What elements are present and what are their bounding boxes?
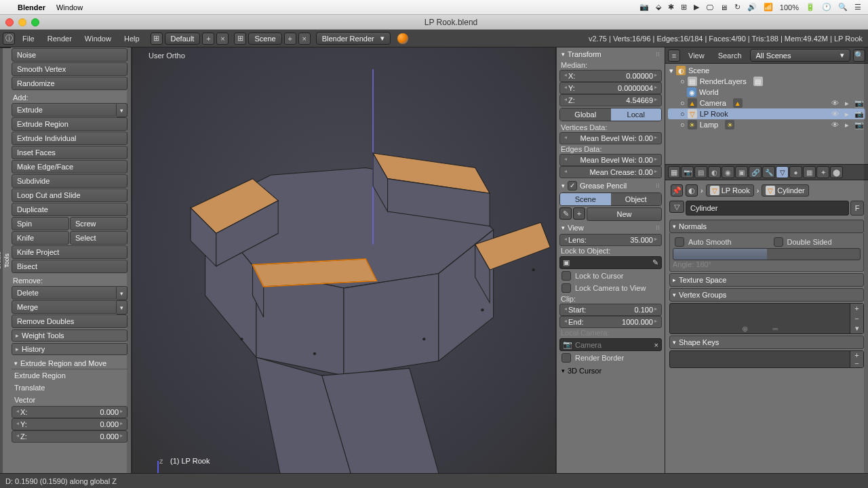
- screen-icon[interactable]: 🖥: [720, 3, 728, 12]
- tab-modifiers-icon[interactable]: 🔧: [762, 166, 775, 178]
- menu-render[interactable]: Render: [42, 33, 77, 44]
- grease-add-icon[interactable]: +: [573, 207, 585, 220]
- tool-inset-faces[interactable]: Inset Faces: [12, 146, 127, 159]
- crumb-object[interactable]: ▽LP Rook: [706, 184, 754, 197]
- fake-user-button[interactable]: F: [850, 201, 864, 216]
- restrict-render-icon[interactable]: 📷: [854, 110, 864, 119]
- camera-icon[interactable]: 📷: [639, 3, 649, 12]
- grease-enable-checkbox[interactable]: [568, 181, 577, 190]
- tool-remove-doubles[interactable]: Remove Doubles: [12, 314, 127, 328]
- battery-icon[interactable]: 🔋: [806, 3, 815, 12]
- vg-menu-icon[interactable]: ▾: [850, 323, 863, 333]
- tool-bisect[interactable]: Bisect: [12, 260, 127, 273]
- lock-cursor-checkbox[interactable]: [561, 271, 571, 281]
- panel-history[interactable]: History: [12, 343, 127, 355]
- maximize-window[interactable]: [31, 18, 39, 26]
- restrict-view-icon[interactable]: 👁: [830, 110, 840, 119]
- crumb-data[interactable]: ▽Cylinder: [762, 184, 808, 197]
- tool-extrude-region[interactable]: Extrude Region: [12, 117, 127, 131]
- tab-physics-icon[interactable]: ⬤: [830, 166, 843, 178]
- wifi-icon[interactable]: 📶: [764, 3, 773, 12]
- tool-duplicate[interactable]: Duplicate: [12, 203, 127, 216]
- vertex-groups-list[interactable]: ⊕ ═ +−▾: [669, 303, 864, 334]
- outliner-search-menu[interactable]: Search: [713, 50, 747, 61]
- lock-object-field[interactable]: ▣✎: [559, 256, 662, 269]
- vector-y[interactable]: Y:0.000: [12, 418, 127, 430]
- restrict-render-icon[interactable]: 📷: [854, 99, 864, 108]
- outliner-view-menu[interactable]: View: [683, 50, 710, 61]
- menu-file[interactable]: File: [17, 33, 40, 44]
- outliner-tree[interactable]: ▾◐Scene ○▤RenderLayers▤ ◉World ○▲Camera▲…: [665, 64, 868, 164]
- tree-world[interactable]: World: [699, 88, 719, 96]
- merge-dropdown-arrow-icon[interactable]: ▾: [117, 300, 127, 314]
- panel-shape-keys[interactable]: Shape Keys: [669, 336, 864, 349]
- tool-knife-project[interactable]: Knife Project: [12, 245, 127, 259]
- mesh-browse-icon[interactable]: ▽: [669, 201, 684, 213]
- vector-z[interactable]: Z:0.000: [12, 430, 127, 443]
- local-camera-field[interactable]: 📷Camera×: [559, 338, 662, 351]
- close-window[interactable]: [5, 18, 14, 26]
- restrict-render-icon[interactable]: 📷: [854, 121, 864, 129]
- tool-randomize[interactable]: Randomize: [12, 77, 127, 90]
- tool-screw[interactable]: Screw: [70, 217, 127, 230]
- vector-x[interactable]: X:0.000: [12, 406, 127, 418]
- 3d-viewport[interactable]: User Ortho: [132, 47, 556, 473]
- layout-browse-icon[interactable]: ⊞: [151, 33, 163, 45]
- scene-remove-icon[interactable]: ×: [298, 33, 311, 45]
- tab-constraints-icon[interactable]: 🔗: [749, 166, 762, 178]
- mesh-name-field[interactable]: [686, 201, 849, 216]
- dropbox-icon[interactable]: ⬙: [656, 3, 661, 12]
- tree-lamp[interactable]: Lamp: [700, 121, 719, 129]
- tool-smooth-vertex[interactable]: Smooth Vertex: [12, 62, 127, 76]
- clear-icon[interactable]: ×: [654, 341, 658, 349]
- tab-objectdata-icon[interactable]: ▽: [776, 166, 789, 178]
- lock-camera-checkbox[interactable]: [561, 283, 571, 293]
- scene-dropdown[interactable]: Scene: [248, 33, 281, 45]
- tool-extrude-individual[interactable]: Extrude Individual: [12, 131, 127, 145]
- auto-smooth-checkbox[interactable]: [675, 237, 684, 247]
- tab-world-icon[interactable]: ◉: [722, 166, 734, 178]
- spotlight-icon[interactable]: 🔍: [838, 3, 848, 12]
- median-x[interactable]: X:0.00000: [559, 70, 662, 82]
- editor-type-properties-icon[interactable]: ▦: [668, 166, 680, 178]
- mean-bevel-edges[interactable]: Mean Bevel Wei: 0.00: [559, 154, 662, 166]
- app-name[interactable]: Blender: [18, 3, 45, 12]
- timemachine-icon[interactable]: ↻: [734, 3, 741, 12]
- extrude-dropdown-arrow-icon[interactable]: ▾: [117, 103, 127, 117]
- mean-crease[interactable]: Mean Crease: 0.00: [559, 166, 662, 178]
- tool-knife[interactable]: Knife: [12, 231, 69, 245]
- restrict-view-icon[interactable]: 👁: [830, 99, 840, 108]
- median-z[interactable]: Z:4.54669: [559, 94, 662, 106]
- tab-particles-icon[interactable]: ✦: [816, 166, 829, 178]
- tool-select[interactable]: Select: [70, 231, 127, 245]
- vg-add-icon[interactable]: +: [850, 304, 863, 314]
- restrict-view-icon[interactable]: 👁: [830, 121, 840, 129]
- panel-texture-space[interactable]: Texture Space: [669, 273, 864, 287]
- tree-renderlayers[interactable]: RenderLayers: [700, 77, 747, 85]
- scene-crumb-icon[interactable]: ◐: [686, 184, 698, 197]
- restrict-select-icon[interactable]: ▸: [842, 110, 852, 119]
- screen-layout-dropdown[interactable]: Default: [165, 33, 201, 45]
- restrict-select-icon[interactable]: ▸: [842, 121, 852, 129]
- scene-add-icon[interactable]: +: [284, 33, 296, 45]
- sync-icon[interactable]: ✱: [668, 3, 674, 12]
- sk-remove-icon[interactable]: −: [850, 359, 863, 367]
- space-toggle[interactable]: Global Local: [559, 108, 662, 121]
- display-icon[interactable]: 🖵: [706, 3, 713, 12]
- render-engine-dropdown[interactable]: Blender Render▾: [316, 32, 391, 45]
- shape-keys-list[interactable]: +−: [669, 350, 864, 368]
- grease-object[interactable]: Object: [611, 193, 662, 205]
- toolshelf-scrollbar[interactable]: [127, 47, 131, 473]
- tab-renderlayers-icon[interactable]: ▤: [694, 166, 707, 178]
- tool-extrude-dropdown[interactable]: Extrude: [12, 103, 117, 117]
- tool-make-edge-face[interactable]: Make Edge/Face: [12, 160, 127, 174]
- minimize-window[interactable]: [18, 18, 26, 26]
- tab-create[interactable]: Create: [0, 47, 3, 473]
- operator-title[interactable]: Extrude Region and Move: [12, 358, 127, 369]
- space-local[interactable]: Local: [611, 108, 662, 121]
- median-y[interactable]: Y:0.0000004: [559, 82, 662, 94]
- render-border-checkbox[interactable]: [561, 353, 571, 363]
- vg-remove-icon[interactable]: −: [850, 314, 863, 324]
- tab-scene-icon[interactable]: ◐: [708, 166, 721, 178]
- space-global[interactable]: Global: [560, 108, 611, 121]
